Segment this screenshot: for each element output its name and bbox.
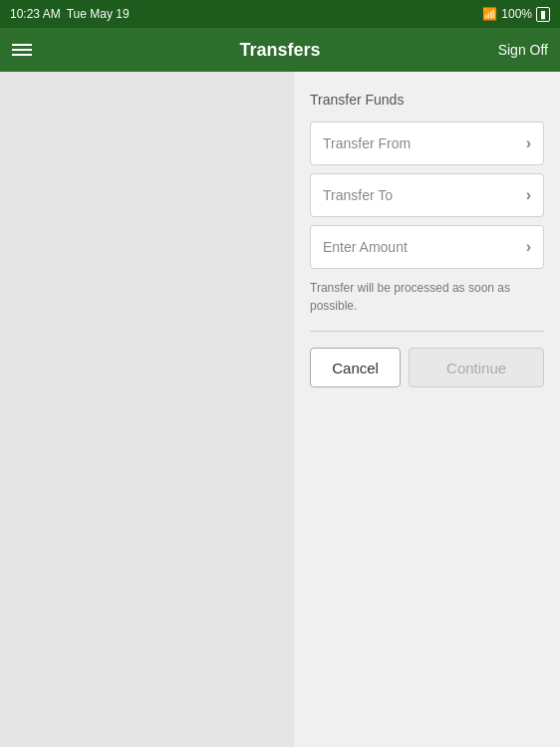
nav-bar: Transfers Sign Off [0, 28, 560, 72]
left-panel [0, 72, 294, 747]
note-text: Transfer will be processed as soon as po… [310, 279, 544, 315]
buttons-row: Cancel Continue [310, 348, 544, 387]
enter-amount-label: Enter Amount [323, 239, 408, 255]
transfer-from-chevron-icon: › [526, 134, 531, 152]
right-panel: Transfer Funds Transfer From › Transfer … [294, 72, 560, 747]
hamburger-line-1 [12, 44, 32, 46]
page-title: Transfers [239, 40, 320, 61]
hamburger-line-3 [12, 54, 32, 56]
transfer-from-field[interactable]: Transfer From › [310, 122, 544, 165]
divider [310, 331, 544, 332]
main-layout: Transfer Funds Transfer From › Transfer … [0, 72, 560, 747]
continue-button[interactable]: Continue [409, 348, 544, 387]
transfer-to-chevron-icon: › [526, 186, 531, 204]
status-bar: 10:23 AM Tue May 19 📶 100% ▮ [0, 0, 560, 28]
hamburger-line-2 [12, 49, 32, 51]
status-right: 📶 100% ▮ [482, 7, 550, 22]
date-display: Tue May 19 [67, 7, 130, 21]
transfer-to-field[interactable]: Transfer To › [310, 173, 544, 217]
battery-icon: ▮ [536, 7, 550, 22]
transfer-from-label: Transfer From [323, 135, 411, 151]
section-title: Transfer Funds [310, 92, 544, 108]
enter-amount-chevron-icon: › [526, 238, 531, 256]
battery-display: 100% [501, 7, 532, 21]
sign-off-button[interactable]: Sign Off [498, 42, 548, 58]
menu-button[interactable] [12, 44, 32, 56]
wifi-icon: 📶 [482, 7, 497, 21]
time-display: 10:23 AM [10, 7, 61, 21]
cancel-button[interactable]: Cancel [310, 348, 401, 387]
transfer-to-label: Transfer To [323, 187, 393, 203]
enter-amount-field[interactable]: Enter Amount › [310, 225, 544, 269]
status-left: 10:23 AM Tue May 19 [10, 7, 130, 21]
